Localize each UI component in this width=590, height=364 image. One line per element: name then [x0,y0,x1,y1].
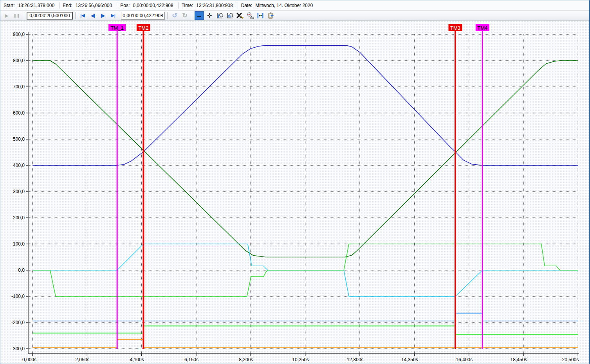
fit-width-button[interactable] [256,11,265,20]
zoom-x-icon [216,12,223,19]
time-value: 13:26:31,800:908 [196,3,233,8]
zoom-x-button[interactable] [215,11,224,20]
step-back-button[interactable]: ◀ [88,11,97,20]
info-bar: Start: 13:26:31,378:000 End: 13:26:56,06… [0,0,589,11]
step-back-icon: ◀ [91,13,95,18]
y-tick-label: -100,0 [11,294,25,299]
end-label: End: [63,3,72,8]
y-tick-label: 300,0 [13,189,25,194]
undo-icon: ↺ [172,12,177,19]
date-value: Mittwoch, 14. Oktober 2020 [255,3,313,8]
pan-free-button[interactable]: ✛ [205,11,214,20]
step-forward-icon: ▶ [101,13,105,18]
x-tick-label: 2,050s [75,357,89,362]
step-forward-button[interactable]: ▶ [98,11,108,20]
scope-chart[interactable]: 900,0800,0700,0600,0500,0400,0300,0200,0… [0,21,590,364]
fit-width-icon [257,12,264,19]
y-tick-label: -200,0 [11,320,25,325]
x-tick-label: 16,400s [456,357,473,362]
pause-button[interactable]: ❚❚ [12,11,22,20]
skip-end-icon: ▶| [111,13,115,18]
divider [59,2,60,9]
y-tick-label: 900,0 [13,32,25,37]
marker-label-TM4: TM4 [477,25,487,31]
date-label: Date: [241,3,253,8]
pos-label: Pos: [120,3,130,8]
pan-free-icon: ✛ [207,12,212,19]
x-tick-label: 14,350s [401,357,418,362]
marker-label-TM_1: TM_1 [111,25,124,31]
copy-clipboard-icon [267,12,274,19]
markers-group: TM_1TM2TM3TM4 [108,24,489,349]
y-tick-label: -300,0 [11,346,25,351]
pan-x-icon: ↔ [196,12,202,19]
x-tick-label: 20,500s [562,357,579,362]
divider [117,2,117,9]
y-tick-label: 500,0 [13,136,25,142]
skip-end-button[interactable]: ▶| [108,11,118,20]
x-tick-label: 4,100s [130,357,144,362]
time-label: Time: [182,3,193,8]
x-tick-label: 10,250s [292,357,309,362]
zoom-rect-icon [226,12,233,19]
redo-button[interactable]: ↻ [180,11,189,20]
divider [167,12,168,19]
redo-icon: ↻ [182,12,187,19]
grid [28,34,578,353]
play-button[interactable]: ▶ [2,11,11,20]
x-tick-label: 6,150s [184,357,198,362]
x-tick-label: 0,000s [22,357,36,362]
start-value: 13:26:31,378:000 [18,3,54,8]
pan-x-button[interactable]: ↔ [195,11,204,20]
cursor-position-input[interactable] [121,12,165,20]
skip-start-icon: |◀ [80,13,85,18]
y-tick-label: 0,0 [18,267,25,273]
y-tick-label: 200,0 [13,215,25,221]
y-tick-label: 100,0 [13,241,25,247]
x-tick-label: 18,450s [511,357,527,362]
y-tick-label: 400,0 [13,163,25,168]
marker-label-TM2: TM2 [138,25,148,31]
play-icon: ▶ [5,13,8,18]
pause-icon: ❚❚ [13,14,20,18]
divider [192,12,192,19]
undo-button[interactable]: ↺ [170,11,179,20]
divider [75,12,76,19]
range-length-input[interactable] [27,12,73,20]
zoom-max-label: Max [250,16,254,19]
delete-tool-button[interactable] [235,11,245,20]
scope-chart-panel: 900,0800,0700,0600,0500,0400,0300,0200,0… [0,21,590,364]
pos-value: 0,00:00:00,422:908 [133,3,173,8]
divider [238,2,238,9]
zoom-rect-button[interactable] [225,11,235,20]
y-tick-label: 700,0 [13,84,25,90]
axes: 900,0800,0700,0600,0500,0400,0300,0200,0… [11,32,579,362]
divider [24,12,24,19]
skip-start-button[interactable]: |◀ [78,11,87,20]
x-tick-label: 12,300s [347,357,364,362]
start-label: Start: [4,3,15,8]
marker-label-TM3: TM3 [450,25,460,31]
y-tick-label: 800,0 [13,58,25,63]
x-tick-label: 8,200s [239,357,253,362]
copy-clipboard-button[interactable] [266,11,275,20]
y-tick-label: 600,0 [13,110,25,116]
zoom-max-icon: Max [246,12,254,19]
divider [178,2,179,9]
zoom-max-button[interactable]: Max [245,11,255,20]
end-value: 13:26:56,066:000 [76,3,112,8]
toolbar: ▶ ❚❚ |◀ ◀ ▶ ▶| ↺ ↻ ↔ ✛ [0,11,589,21]
delete-tool-icon [236,12,244,19]
